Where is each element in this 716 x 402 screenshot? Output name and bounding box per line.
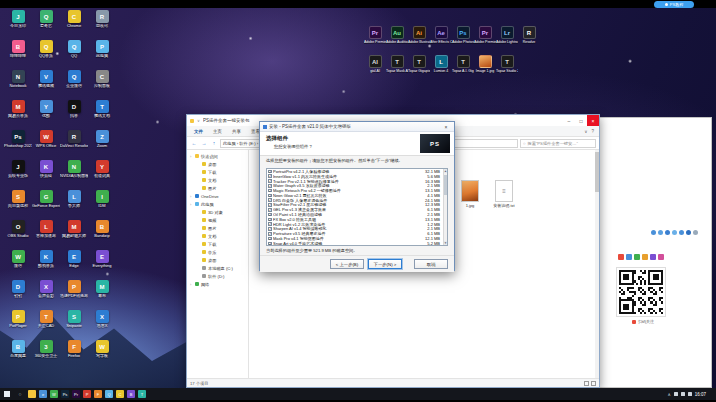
desktop-icon[interactable]: TTopaz Studio 2 xyxy=(496,55,518,84)
checkbox-icon[interactable]: ✓ xyxy=(268,208,272,212)
desktop-icon[interactable]: Y优酷 xyxy=(32,100,60,130)
desktop-icon[interactable]: AiAdobe Illustrat... xyxy=(408,26,430,55)
tray-collapse-icon[interactable]: ∧ xyxy=(667,392,670,397)
maximize-button[interactable]: □ xyxy=(575,115,587,126)
floating-tool-icon[interactable] xyxy=(651,230,656,235)
tab-file[interactable]: 文件 xyxy=(189,126,208,136)
desktop-icon[interactable]: T腾讯文档 xyxy=(88,100,116,130)
floating-tool-icon[interactable] xyxy=(642,254,648,260)
sidebar-item[interactable]: 软件 (D:) xyxy=(187,272,248,280)
taskbar-app-icon[interactable]: Q xyxy=(105,390,113,398)
taskbar-app-icon[interactable]: Ps xyxy=(61,390,69,398)
desktop-icon[interactable]: M网易云音乐 xyxy=(4,100,32,130)
desktop-icon[interactable]: CChrome xyxy=(60,10,88,40)
checkbox-icon[interactable]: ✓ xyxy=(268,189,272,193)
desktop-icon[interactable]: W写字板 xyxy=(88,340,116,370)
desktop-icon[interactable]: ZZoom xyxy=(88,130,116,160)
desktop-icon[interactable]: TTopaz Mask AI xyxy=(386,55,408,84)
taskbar-search-icon[interactable]: ○ xyxy=(14,391,26,397)
desktop-icon[interactable]: TTopaz A.I. Gig... xyxy=(452,55,474,84)
desktop-icon[interactable]: QQQ xyxy=(60,40,88,70)
desktop-icon[interactable]: RDaVinci Resolve xyxy=(60,130,88,160)
tab-1[interactable]: 主页 xyxy=(208,126,227,136)
floating-tool-icon[interactable] xyxy=(618,254,624,260)
desktop-icon[interactable]: L鲁大师 xyxy=(60,190,88,220)
taskbar-app-icon[interactable]: T xyxy=(138,390,146,398)
close-button[interactable]: × xyxy=(587,115,599,126)
sidebar-item[interactable]: 下载 xyxy=(187,168,248,176)
sidebar-item[interactable]: 桌面 xyxy=(187,160,248,168)
desktop-icon[interactable]: OOBS Studio xyxy=(4,220,32,250)
desktop-icon[interactable]: WWPS Office xyxy=(32,130,60,160)
floating-tool-icon[interactable] xyxy=(686,230,691,235)
desktop-icon[interactable]: P迅捷PDF转换器 xyxy=(60,280,88,310)
desktop-icon[interactable]: Image 1.jpg xyxy=(474,55,496,84)
checkbox-icon[interactable]: ✓ xyxy=(268,237,272,241)
checkbox-icon[interactable]: ✓ xyxy=(268,222,272,226)
floating-tool-icon[interactable] xyxy=(693,230,698,235)
scroll-up-icon[interactable]: ▲ xyxy=(444,169,447,173)
clock[interactable]: 16:07 xyxy=(695,392,706,397)
floating-tool-icon[interactable] xyxy=(650,254,656,260)
tab-2[interactable]: 共享 xyxy=(227,126,246,136)
dialog-titlebar[interactable]: 安装 - PS插件全套 v21.0 简体中文增强版 × xyxy=(260,122,454,132)
ribbon-expand-icon[interactable]: ∨ xyxy=(584,129,587,134)
thumbnail-view-icon[interactable] xyxy=(591,381,596,386)
taskbar-app-icon[interactable]: B xyxy=(127,390,135,398)
tray-battery-icon[interactable] xyxy=(688,392,692,396)
desktop-icon[interactable]: P此电脑 xyxy=(88,40,116,70)
checkbox-icon[interactable]: ✓ xyxy=(268,179,272,183)
start-button[interactable] xyxy=(0,388,14,400)
sidebar-item[interactable]: 下载 xyxy=(187,240,248,248)
desktop-icon[interactable]: QQQ音乐 xyxy=(32,40,60,70)
checkbox-icon[interactable]: ✓ xyxy=(268,203,272,207)
desktop-icon[interactable]: C控制面板 xyxy=(88,70,116,100)
desktop-icon[interactable]: PPotPlayer xyxy=(4,310,32,340)
sidebar-item[interactable]: 本地磁盘 (C:) xyxy=(187,264,248,272)
checkbox-icon[interactable]: ✓ xyxy=(268,198,272,202)
up-icon[interactable]: ↑ xyxy=(210,140,218,146)
desktop-icon[interactable]: AuAdobe Auditio... xyxy=(386,26,408,55)
desktop-icon[interactable]: L雷神加速器 xyxy=(32,220,60,250)
checkbox-icon[interactable]: ✓ xyxy=(268,213,272,217)
taskbar-app-icon[interactable]: e xyxy=(39,390,47,398)
sidebar-item[interactable]: 视频 xyxy=(187,216,248,224)
desktop-icon[interactable]: GGeForce Experience xyxy=(32,190,60,220)
desktop-icon[interactable]: D抖音 xyxy=(60,100,88,130)
desktop-icon[interactable]: AeAfter Effects CC xyxy=(430,26,452,55)
desktop-icon[interactable]: BBandizip xyxy=(88,220,116,250)
desktop-icon[interactable]: PrAdobe Premie... xyxy=(364,26,386,55)
checkbox-icon[interactable]: ✓ xyxy=(268,194,272,198)
desktop-icon[interactable]: LrAdobe Lightro... xyxy=(496,26,518,55)
desktop-icon[interactable]: TTopaz Gigapix... xyxy=(408,55,430,84)
desktop-icon[interactable]: J剪映专业版 xyxy=(4,160,32,190)
desktop-icon[interactable]: D钉钉 xyxy=(4,280,32,310)
checkbox-icon[interactable]: ✓ xyxy=(268,227,272,231)
desktop-icon[interactable]: PsPhotoshop 2021 xyxy=(4,130,32,160)
floating-tool-icon[interactable] xyxy=(665,230,670,235)
minimize-button[interactable]: – xyxy=(563,115,575,126)
sidebar-item[interactable]: ›网络 xyxy=(187,280,248,288)
taskbar-app-icon[interactable]: Pr xyxy=(72,390,80,398)
back-icon[interactable]: ← xyxy=(190,140,198,146)
desktop-icon[interactable]: X迅雷X xyxy=(88,310,116,340)
sidebar-item[interactable]: 文档 xyxy=(187,232,248,240)
taskbar-app-icon[interactable]: W xyxy=(50,390,58,398)
sidebar-item[interactable]: 3D 对象 xyxy=(187,208,248,216)
desktop-icon[interactable]: K快剪辑 xyxy=(32,160,60,190)
desktop-icon[interactable]: S向日葵远程 xyxy=(4,190,32,220)
desktop-icon[interactable]: T天正CAD xyxy=(32,310,60,340)
sidebar-item[interactable]: 图片 xyxy=(187,224,248,232)
tray-network-icon[interactable] xyxy=(674,392,678,396)
floating-tool-icon[interactable] xyxy=(672,230,677,235)
search-input[interactable]: ○ 搜索“PS插件全套一键安…” xyxy=(520,139,596,148)
checkbox-icon[interactable]: ✓ xyxy=(268,232,272,236)
cancel-button[interactable]: 取消 xyxy=(414,259,448,269)
sidebar-item[interactable]: 音乐 xyxy=(187,248,248,256)
checkbox-icon[interactable]: ✓ xyxy=(268,170,272,174)
desktop-icon[interactable]: K酷狗音乐 xyxy=(32,250,60,280)
desktop-icon[interactable]: V腾讯视频 xyxy=(32,70,60,100)
desktop-icon[interactable]: EEdge xyxy=(60,250,88,280)
sidebar-item[interactable]: ›OneDrive xyxy=(187,192,248,200)
desktop-icon[interactable]: SSnipaste xyxy=(60,310,88,340)
